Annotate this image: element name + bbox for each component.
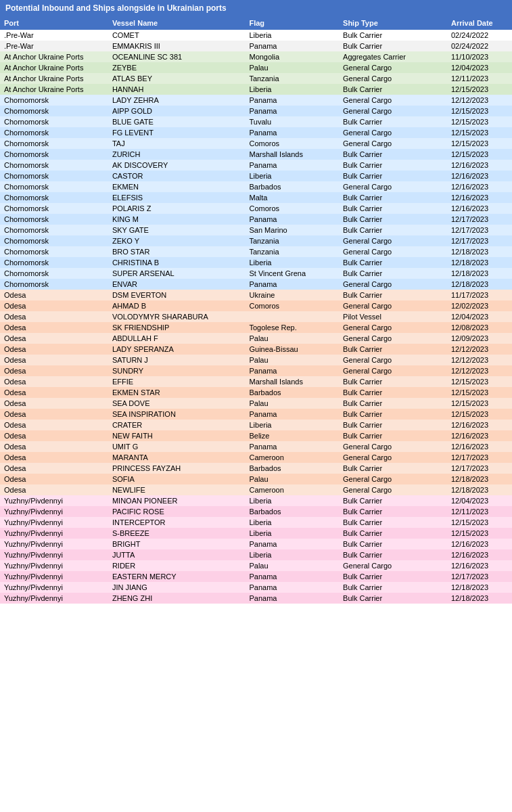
cell-flag: Comoros bbox=[245, 138, 339, 149]
cell-date: 12/15/2023 bbox=[447, 387, 512, 398]
cell-type: General Cargo bbox=[339, 474, 447, 484]
cell-type: General Cargo bbox=[339, 138, 447, 149]
table-row: OdesaCRATERLiberiaBulk Carrier12/16/2023 bbox=[0, 420, 512, 430]
table-title: Potential Inbound and Ships alongside in… bbox=[0, 0, 512, 16]
cell-type: Bulk Carrier bbox=[339, 528, 447, 539]
table-row: OdesaLADY SPERANZAGuinea-BissauBulk Carr… bbox=[0, 344, 512, 355]
table-row: ChornomorskKING MPanamaBulk Carrier12/17… bbox=[0, 214, 512, 225]
cell-date: 12/04/2023 bbox=[447, 62, 512, 73]
cell-flag: Panama bbox=[245, 127, 339, 138]
table-row: Yuzhny/PivdennyiJUTTALiberiaBulk Carrier… bbox=[0, 549, 512, 560]
cell-vessel: PACIFIC ROSE bbox=[108, 506, 246, 517]
cell-date: 12/12/2023 bbox=[447, 355, 512, 365]
cell-vessel: AIPP GOLD bbox=[108, 106, 246, 116]
cell-type: General Cargo bbox=[339, 246, 447, 257]
cell-vessel: SATURN J bbox=[108, 355, 246, 365]
cell-type: Bulk Carrier bbox=[339, 257, 447, 268]
cell-date: 12/12/2023 bbox=[447, 344, 512, 355]
cell-port: Chornomorsk bbox=[0, 257, 108, 268]
cell-vessel: EKMEN bbox=[108, 181, 246, 192]
cell-port: Odesa bbox=[0, 311, 108, 322]
col-header-port: Port bbox=[0, 16, 108, 30]
cell-vessel: INTERCEPTOR bbox=[108, 517, 246, 528]
cell-flag bbox=[245, 311, 339, 322]
cell-date: 12/15/2023 bbox=[447, 376, 512, 387]
cell-date: 12/16/2023 bbox=[447, 560, 512, 571]
cell-vessel: MARANTA bbox=[108, 452, 246, 463]
cell-vessel: EMMAKRIS III bbox=[108, 41, 246, 51]
cell-type: General Cargo bbox=[339, 62, 447, 73]
cell-flag: Barbados bbox=[245, 463, 339, 474]
table-row: OdesaNEWLIFECameroonGeneral Cargo12/18/2… bbox=[0, 484, 512, 495]
col-header-vessel: Vessel Name bbox=[108, 16, 246, 30]
cell-port: Odesa bbox=[0, 452, 108, 463]
cell-flag: Liberia bbox=[245, 171, 339, 181]
cell-date: 12/17/2023 bbox=[447, 571, 512, 582]
cell-flag: Panama bbox=[245, 41, 339, 51]
cell-type: Bulk Carrier bbox=[339, 344, 447, 355]
cell-flag: Togolese Rep. bbox=[245, 322, 339, 333]
cell-date: 12/16/2023 bbox=[447, 160, 512, 171]
cell-type: Bulk Carrier bbox=[339, 290, 447, 300]
cell-port: Chornomorsk bbox=[0, 171, 108, 181]
cell-flag: Palau bbox=[245, 355, 339, 365]
cell-date: 12/02/2023 bbox=[447, 300, 512, 311]
cell-vessel: FG LEVENT bbox=[108, 127, 246, 138]
cell-port: Odesa bbox=[0, 484, 108, 495]
table-row: .Pre-WarEMMAKRIS IIIPanamaBulk Carrier02… bbox=[0, 41, 512, 51]
cell-date: 11/10/2023 bbox=[447, 51, 512, 62]
table-row: ChornomorskTAJComorosGeneral Cargo12/15/… bbox=[0, 138, 512, 149]
table-row: Yuzhny/PivdennyiINTERCEPTORLiberiaBulk C… bbox=[0, 517, 512, 528]
cell-date: 12/16/2023 bbox=[447, 181, 512, 192]
cell-flag: Panama bbox=[245, 593, 339, 604]
cell-type: General Cargo bbox=[339, 452, 447, 463]
cell-date: 12/17/2023 bbox=[447, 225, 512, 235]
cell-date: 12/16/2023 bbox=[447, 549, 512, 560]
cell-date: 12/15/2023 bbox=[447, 149, 512, 160]
cell-date: 12/17/2023 bbox=[447, 214, 512, 225]
cell-vessel: HANNAH bbox=[108, 84, 246, 95]
cell-date: 12/18/2023 bbox=[447, 474, 512, 484]
table-row: OdesaSEA DOVEPalauBulk Carrier12/15/2023 bbox=[0, 398, 512, 409]
table-row: Yuzhny/PivdennyiZHENG ZHIPanamaBulk Carr… bbox=[0, 593, 512, 604]
cell-vessel: SEA DOVE bbox=[108, 398, 246, 409]
cell-port: Odesa bbox=[0, 344, 108, 355]
cell-port: Yuzhny/Pivdennyi bbox=[0, 506, 108, 517]
cell-type: Bulk Carrier bbox=[339, 571, 447, 582]
cell-type: Bulk Carrier bbox=[339, 549, 447, 560]
col-header-date: Arrival Date bbox=[447, 16, 512, 30]
cell-flag: Cameroon bbox=[245, 484, 339, 495]
cell-port: Yuzhny/Pivdennyi bbox=[0, 549, 108, 560]
cell-vessel: CHRISTINA B bbox=[108, 257, 246, 268]
cell-flag: Marshall Islands bbox=[245, 376, 339, 387]
cell-port: Yuzhny/Pivdennyi bbox=[0, 593, 108, 604]
cell-type: General Cargo bbox=[339, 365, 447, 376]
cell-vessel: ZURICH bbox=[108, 149, 246, 160]
cell-type: General Cargo bbox=[339, 279, 447, 290]
cell-vessel: AHMAD B bbox=[108, 300, 246, 311]
cell-type: Bulk Carrier bbox=[339, 203, 447, 214]
cell-flag: Comoros bbox=[245, 203, 339, 214]
cell-port: Odesa bbox=[0, 463, 108, 474]
cell-vessel: SEA INSPIRATION bbox=[108, 409, 246, 420]
cell-type: Bulk Carrier bbox=[339, 463, 447, 474]
cell-flag: Liberia bbox=[245, 549, 339, 560]
cell-vessel: POLARIS Z bbox=[108, 203, 246, 214]
cell-vessel: MINOAN PIONEER bbox=[108, 495, 246, 506]
table-row: OdesaDSM EVERTONUkraineBulk Carrier11/17… bbox=[0, 290, 512, 300]
cell-date: 11/17/2023 bbox=[447, 290, 512, 300]
cell-flag: Barbados bbox=[245, 506, 339, 517]
cell-vessel: NEWLIFE bbox=[108, 484, 246, 495]
cell-vessel: ABDULLAH F bbox=[108, 333, 246, 344]
table-row: OdesaAHMAD BComorosGeneral Cargo12/02/20… bbox=[0, 300, 512, 311]
cell-type: Bulk Carrier bbox=[339, 582, 447, 593]
cell-type: Bulk Carrier bbox=[339, 387, 447, 398]
cell-type: General Cargo bbox=[339, 127, 447, 138]
cell-vessel: LADY ZEHRA bbox=[108, 95, 246, 106]
cell-date: 12/04/2023 bbox=[447, 495, 512, 506]
cell-flag: Mongolia bbox=[245, 51, 339, 62]
cell-type: General Cargo bbox=[339, 181, 447, 192]
cell-type: Pilot Vessel bbox=[339, 311, 447, 322]
cell-flag: Palau bbox=[245, 398, 339, 409]
cell-date: 12/15/2023 bbox=[447, 398, 512, 409]
